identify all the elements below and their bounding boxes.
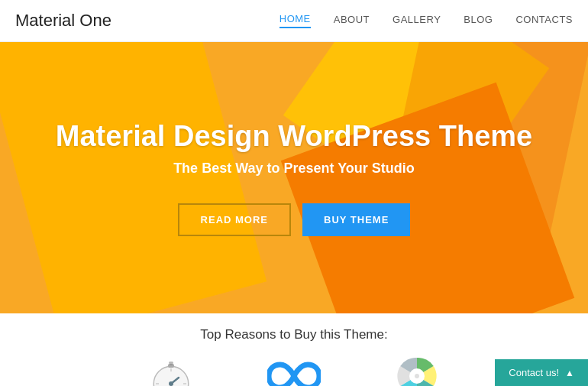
nav-about[interactable]: ABOUT	[334, 14, 370, 28]
nav-contacts[interactable]: CONTACTS	[515, 14, 573, 28]
bottom-icons	[151, 356, 437, 386]
contact-button[interactable]: Contact us! ▲	[495, 359, 588, 386]
header: Material One HOME ABOUT GALLERY BLOG CON…	[0, 0, 588, 42]
contact-label: Contact us!	[509, 367, 559, 378]
svg-point-10	[169, 381, 173, 386]
read-more-button[interactable]: READ MORE	[178, 203, 291, 236]
svg-rect-4	[169, 362, 173, 364]
stopwatch-icon	[151, 358, 191, 386]
hero-buttons: READ MORE BUY THEME	[56, 203, 532, 236]
hero-title: Material Design WordPress Theme	[56, 120, 532, 153]
infinity-icon	[267, 361, 321, 386]
colorwheel-icon	[397, 356, 437, 386]
nav-blog[interactable]: BLOG	[464, 14, 493, 28]
nav-gallery[interactable]: GALLERY	[393, 14, 441, 28]
bottom-title: Top Reasons to Buy this Theme:	[200, 327, 387, 342]
nav-home[interactable]: HOME	[279, 13, 311, 28]
svg-point-13	[415, 374, 419, 378]
navigation: HOME ABOUT GALLERY BLOG CONTACTS	[279, 13, 573, 28]
buy-theme-button[interactable]: BUY THEME	[302, 203, 410, 236]
hero-section: Material Design WordPress Theme The Best…	[0, 42, 588, 313]
chevron-up-icon: ▲	[565, 368, 574, 378]
logo: Material One	[15, 11, 111, 31]
hero-subtitle: The Best Way to Present Your Studio	[56, 161, 532, 177]
hero-content: Material Design WordPress Theme The Best…	[56, 120, 532, 236]
